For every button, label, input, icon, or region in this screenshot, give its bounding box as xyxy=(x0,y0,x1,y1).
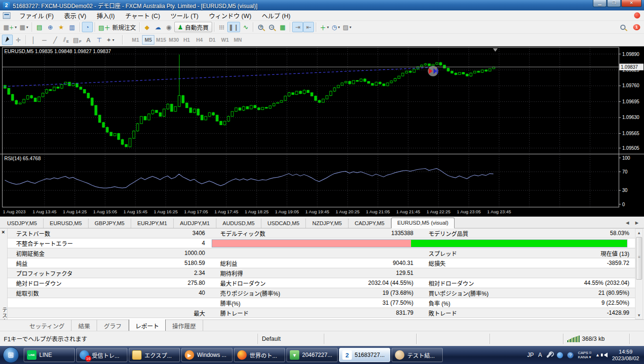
ime-caps-kana-indicator[interactable]: CAPS ⌑KANA ▾ xyxy=(578,351,591,359)
period-button-h4[interactable]: H4 xyxy=(193,35,206,45)
fibonacci-tool[interactable]: ▤F xyxy=(72,35,83,45)
metaeditor-icon[interactable]: ◆ xyxy=(142,22,152,32)
menu-item-6[interactable]: ヘルプ (H) xyxy=(257,10,296,21)
tabs-scroll-left-icon[interactable]: ◀ xyxy=(623,218,632,227)
bar-chart-icon[interactable]: 𝍖 xyxy=(216,22,227,32)
ime-help-icon[interactable]: ? xyxy=(567,352,573,358)
period-button-m30[interactable]: M30 xyxy=(168,35,180,45)
status-profile[interactable]: Default xyxy=(262,336,281,342)
svg-text:1 Aug 19:05: 1 Aug 19:05 xyxy=(275,209,299,214)
menu-item-5[interactable]: ウィンドウ (W) xyxy=(204,10,257,21)
scrollbar-thumb[interactable] xyxy=(636,237,642,280)
taskbar-button-explorer[interactable]: エクスプ... xyxy=(129,348,180,362)
chart-tab[interactable]: USDCAD,M5 xyxy=(261,218,306,228)
tester-tab-グラフ[interactable]: グラフ xyxy=(97,320,129,332)
tester-tab-結果[interactable]: 結果 xyxy=(72,320,97,332)
period-button-m15[interactable]: M15 xyxy=(155,35,167,45)
taskbar-button-paint[interactable]: テスト結... xyxy=(392,348,443,362)
vertical-line-tool[interactable]: │ xyxy=(28,35,39,45)
auto-trading-button[interactable]: ♟自動売買 xyxy=(174,22,212,32)
scroll-up-icon[interactable]: ▲ xyxy=(635,229,643,237)
maximize-button[interactable]: ❐ xyxy=(607,0,621,7)
chart-tab[interactable]: EURJPY,M1 xyxy=(131,218,174,228)
navigator-icon[interactable]: ★ xyxy=(56,22,67,32)
market-watch-icon[interactable]: ▤ xyxy=(34,22,45,32)
minimize-button[interactable]: ▁ xyxy=(593,0,607,7)
zoom-out-icon[interactable]: − xyxy=(266,22,277,32)
chart-tab[interactable]: USDJPY,M5 xyxy=(1,218,44,228)
auto-scroll-icon[interactable]: ⇥ xyxy=(292,22,303,32)
tester-tab-セッティング[interactable]: セッティング xyxy=(23,320,72,332)
price-chart[interactable]: 1.098901.098251.097601.096951.096301.095… xyxy=(0,46,644,217)
period-button-m5[interactable]: M5 xyxy=(142,35,154,45)
chart-tab[interactable]: AUDJPY,M1 xyxy=(174,218,216,228)
mql5-community-icon[interactable]: ☁ xyxy=(152,22,163,32)
text-tool[interactable]: A xyxy=(83,35,94,45)
chart-tab[interactable]: NZDJPY,M5 xyxy=(306,218,348,228)
period-button-w1[interactable]: W1 xyxy=(219,35,231,45)
taskbar-button-line[interactable]: LINELINE xyxy=(24,348,75,362)
tray-expand-icon[interactable]: ▲ xyxy=(596,353,600,357)
taskbar-clock[interactable]: 14:592023/08/02 xyxy=(612,348,639,362)
menu-item-4[interactable]: ツール (T) xyxy=(165,10,204,21)
ime-tools-icon[interactable] xyxy=(546,352,553,358)
chart-tab[interactable]: AUDUSD,M5 xyxy=(216,218,261,228)
ime-language-indicator[interactable]: JP xyxy=(527,352,534,358)
tester-close-icon[interactable]: ✕ xyxy=(1,230,5,235)
tabs-scroll-right-icon[interactable]: ▶ xyxy=(633,218,641,227)
new-chart-button[interactable]: ▦＋▾ xyxy=(2,22,18,32)
notification-dot-icon[interactable] xyxy=(634,12,640,18)
search-icon[interactable] xyxy=(617,22,628,32)
terminal-icon[interactable]: ▥ xyxy=(67,22,78,32)
data-window-icon[interactable]: ⊕ xyxy=(45,22,56,32)
chart-tab[interactable]: EURUSD,M5 xyxy=(44,218,89,228)
period-button-d1[interactable]: D1 xyxy=(206,35,218,45)
volume-icon[interactable] xyxy=(604,353,608,357)
period-button-m1[interactable]: M1 xyxy=(129,35,142,45)
timeframes-button[interactable]: ◷▾ xyxy=(330,22,341,32)
equidistant-channel-tool[interactable]: ⫽E xyxy=(61,35,72,45)
menu-item-1[interactable]: 表示 (V) xyxy=(59,10,91,21)
taskbar-button-wmp[interactable]: ▶Windows ... xyxy=(181,348,233,362)
zoom-in-icon[interactable]: + xyxy=(255,22,266,32)
notifications-icon[interactable]: 1 xyxy=(633,24,640,30)
cursor-tool[interactable] xyxy=(2,35,13,45)
signals-icon[interactable]: ◉ xyxy=(163,22,174,32)
tile-windows-icon[interactable]: ▦ xyxy=(277,22,288,32)
start-button[interactable]: ⊞ xyxy=(3,347,19,363)
ime-input-mode-icon[interactable]: A xyxy=(538,352,542,358)
period-button-mn[interactable]: MN xyxy=(232,35,244,45)
tester-scrollbar[interactable]: ▲ ▼ xyxy=(635,228,643,319)
profiles-button[interactable]: ▦▾ xyxy=(18,22,29,32)
menu-item-3[interactable]: チャート (C) xyxy=(120,10,165,21)
arrows-tool[interactable]: ✦▾ xyxy=(105,35,116,45)
close-button[interactable]: ✕ xyxy=(621,0,642,7)
taskbar-button-mt4blue[interactable]: 251683727... xyxy=(339,348,390,362)
text-label-tool[interactable]: ⊤ xyxy=(94,35,105,45)
ime-dictionary-icon[interactable] xyxy=(557,352,563,358)
templates-button[interactable]: ▨▾ xyxy=(341,22,353,32)
tester-tab-操作履歴[interactable]: 操作履歴 xyxy=(166,320,203,332)
line-chart-icon[interactable]: ∿ xyxy=(240,22,251,32)
new-order-button[interactable]: ▤＋新規注文 xyxy=(97,22,137,32)
candlestick-chart-icon[interactable]: ❚❙ xyxy=(227,22,241,32)
taskbar-button-mt4green[interactable]: ▼20467227... xyxy=(286,348,338,362)
chart-area[interactable]: 1.098901.098251.097601.096951.096301.095… xyxy=(0,46,644,217)
indicators-button[interactable]: ＋▾ xyxy=(318,22,330,32)
taskbar-button-firefox[interactable]: 世界のト... xyxy=(234,348,285,362)
svg-text:1 Aug 21:05: 1 Aug 21:05 xyxy=(366,209,390,214)
chart-tab[interactable]: GBPJPY,M5 xyxy=(89,218,131,228)
chart-tab[interactable]: CADJPY,M5 xyxy=(349,218,391,228)
period-button-h1[interactable]: H1 xyxy=(180,35,193,45)
crosshair-tool[interactable]: ✛ xyxy=(13,35,24,45)
chart-tab[interactable]: EURUSD,M5 (visual) xyxy=(391,218,455,228)
chart-shift-icon[interactable]: ⇤ xyxy=(303,22,314,32)
chart-window-icon[interactable] xyxy=(3,12,10,19)
scroll-down-icon[interactable]: ▼ xyxy=(635,311,643,319)
horizontal-line-tool[interactable]: ─ xyxy=(39,35,50,45)
menu-item-0[interactable]: ファイル (F) xyxy=(14,10,59,21)
trendline-tool[interactable]: ╱ xyxy=(50,35,61,45)
taskbar-button-thunderbird[interactable]: 16受信トレ... xyxy=(76,348,127,362)
strategy-tester-button[interactable]: ◔ xyxy=(82,22,93,32)
menu-item-2[interactable]: 挿入(I) xyxy=(91,10,120,21)
